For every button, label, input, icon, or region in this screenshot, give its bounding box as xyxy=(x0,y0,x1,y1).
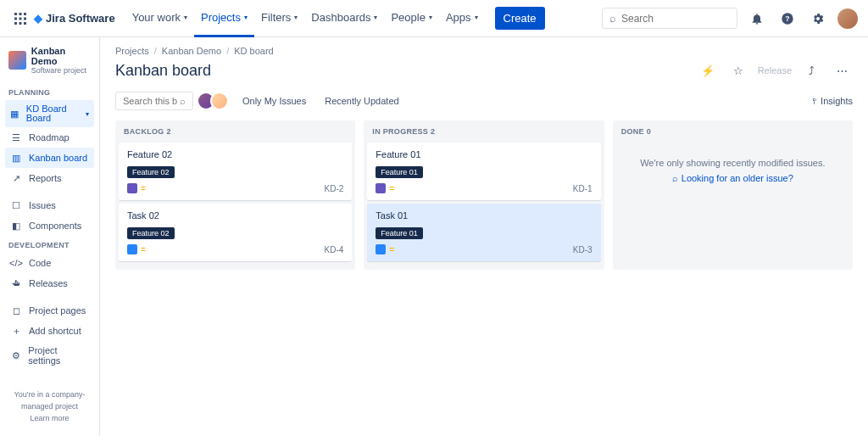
breadcrumb: Projects/Kanban Demo/KD board xyxy=(115,46,853,56)
profile-avatar[interactable] xyxy=(837,8,858,29)
board-column: DONE 0We're only showing recently modifi… xyxy=(613,120,853,270)
jira-logo-icon: ◆ xyxy=(34,12,42,25)
sidebar-item-add-shortcut[interactable]: ＋Add shortcut xyxy=(5,321,94,341)
issue-key: KD-2 xyxy=(325,184,344,193)
epic-badge: Feature 02 xyxy=(127,227,175,239)
kanban-icon: ▥ xyxy=(10,152,22,164)
nav-item-people[interactable]: People▾ xyxy=(384,0,438,37)
top-nav-left: ◆ Jira Software Your work▾Projects▾Filte… xyxy=(10,0,602,37)
project-header[interactable]: Kanban Demo Software project xyxy=(5,46,94,75)
older-issue-link[interactable]: ⌕ Looking for an older issue? xyxy=(672,173,793,183)
board-search-input[interactable] xyxy=(123,96,177,106)
pages-icon: ◻ xyxy=(10,305,22,316)
issue-card[interactable]: Feature 02Feature 02=KD-2 xyxy=(119,143,352,200)
sidebar-item-reports[interactable]: ↗Reports xyxy=(5,168,94,188)
add-icon: ＋ xyxy=(10,325,22,337)
issue-card[interactable]: Task 02Feature 02=KD-4 xyxy=(119,204,352,261)
nav-item-your-work[interactable]: Your work▾ xyxy=(125,0,194,37)
global-search-input[interactable] xyxy=(621,13,723,25)
board-columns: BACKLOG 2Feature 02Feature 02=KD-2Task 0… xyxy=(115,120,853,270)
insights-button[interactable]: ⫯ Insights xyxy=(812,96,853,106)
issue-card[interactable]: Task 01Feature 01=KD-3 xyxy=(367,204,600,261)
top-nav: ◆ Jira Software Your work▾Projects▾Filte… xyxy=(0,0,868,37)
sidebar-item-components[interactable]: ◧Components xyxy=(5,215,94,236)
board-column: BACKLOG 2Feature 02Feature 02=KD-2Task 0… xyxy=(115,120,355,270)
nav-item-dashboards[interactable]: Dashboards▾ xyxy=(304,0,384,37)
nav-item-projects[interactable]: Projects▾ xyxy=(194,0,254,37)
epic-badge: Feature 01 xyxy=(376,227,423,239)
svg-rect-6 xyxy=(14,22,17,25)
board-toolbar: ⌕ Only My Issues Recently Updated ⫯ Insi… xyxy=(115,92,853,110)
project-icon xyxy=(8,51,26,70)
sidebar: Kanban Demo Software project PLANNING ▦K… xyxy=(0,37,100,436)
priority-icon: = xyxy=(141,184,146,193)
app-switcher-icon[interactable] xyxy=(10,8,31,29)
sidebar-item-kanban[interactable]: ▥Kanban board xyxy=(5,148,94,168)
crumb[interactable]: Projects xyxy=(115,46,149,56)
task-type-icon xyxy=(376,244,386,254)
card-title: Task 02 xyxy=(127,210,343,221)
assignee-avatars xyxy=(202,92,229,110)
project-name: Kanban Demo xyxy=(31,46,91,66)
issue-key: KD-4 xyxy=(325,245,344,254)
share-icon[interactable]: ⤴ xyxy=(800,59,822,81)
search-icon: ⌕ xyxy=(672,173,678,183)
components-icon: ◧ xyxy=(10,220,22,232)
sidebar-item-project-pages[interactable]: ◻Project pages xyxy=(5,300,94,321)
sidebar-item-issues[interactable]: ☐Issues xyxy=(5,195,94,215)
svg-rect-5 xyxy=(24,17,26,20)
release-button[interactable]: Release xyxy=(758,65,792,75)
card-title: Feature 02 xyxy=(127,149,343,159)
sidebar-item-code[interactable]: </>Code xyxy=(5,253,94,273)
svg-rect-0 xyxy=(14,13,17,15)
settings-icon[interactable] xyxy=(807,8,829,30)
task-type-icon xyxy=(127,244,137,254)
empty-column: We're only showing recently modified iss… xyxy=(613,143,853,198)
global-search[interactable]: ⌕ xyxy=(602,8,737,29)
sidebar-item-roadmap[interactable]: ☰Roadmap xyxy=(5,127,94,148)
top-nav-right: ⌕ ? xyxy=(602,8,858,30)
avatar-2[interactable] xyxy=(210,92,229,110)
epic-badge: Feature 02 xyxy=(127,166,175,178)
priority-icon: = xyxy=(389,245,394,254)
crumb[interactable]: Kanban Demo xyxy=(162,46,221,56)
notifications-icon[interactable] xyxy=(746,8,768,30)
priority-icon: = xyxy=(141,245,146,254)
code-icon: </> xyxy=(10,257,22,269)
nav-item-apps[interactable]: Apps▾ xyxy=(439,0,485,37)
chevron-down-icon: ▾ xyxy=(184,14,187,21)
star-icon[interactable]: ☆ xyxy=(727,59,749,81)
board-icon: ▦ xyxy=(10,108,19,120)
sidebar-item-project-settings[interactable]: ⚙Project settings xyxy=(5,341,94,370)
svg-rect-8 xyxy=(24,22,26,25)
project-subtitle: Software project xyxy=(31,66,91,75)
svg-rect-7 xyxy=(19,22,22,25)
help-icon[interactable]: ? xyxy=(776,8,798,30)
priority-icon: = xyxy=(389,184,394,193)
automation-icon[interactable]: ⚡ xyxy=(697,59,719,81)
sidebar-item-releases[interactable]: ⛴Releases xyxy=(5,273,94,293)
sidebar-item-kd-board[interactable]: ▦KD Board Board ▾ xyxy=(5,100,94,127)
learn-more-link[interactable]: Learn more xyxy=(30,414,69,422)
card-title: Task 01 xyxy=(376,210,592,221)
svg-text:?: ? xyxy=(785,14,789,23)
chevron-down-icon: ▾ xyxy=(475,14,478,21)
jira-logo[interactable]: ◆ Jira Software xyxy=(34,12,115,25)
search-icon: ⌕ xyxy=(609,12,616,25)
more-icon[interactable]: ⋯ xyxy=(831,59,853,81)
product-name: Jira Software xyxy=(46,12,115,25)
nav-item-filters[interactable]: Filters▾ xyxy=(254,0,304,37)
section-planning: PLANNING xyxy=(8,88,91,97)
story-type-icon xyxy=(127,183,137,193)
recently-updated[interactable]: Recently Updated xyxy=(320,92,403,109)
epic-badge: Feature 01 xyxy=(376,166,423,178)
svg-rect-1 xyxy=(19,13,22,15)
crumb[interactable]: KD board xyxy=(234,46,273,56)
svg-rect-2 xyxy=(24,13,26,15)
board-search[interactable]: ⌕ xyxy=(115,92,193,110)
create-button[interactable]: Create xyxy=(495,7,545,30)
only-my-issues[interactable]: Only My Issues xyxy=(237,92,311,109)
insights-icon: ⫯ xyxy=(812,96,817,106)
chevron-down-icon: ▾ xyxy=(86,110,89,118)
issue-card[interactable]: Feature 01Feature 01=KD-1 xyxy=(367,143,600,200)
